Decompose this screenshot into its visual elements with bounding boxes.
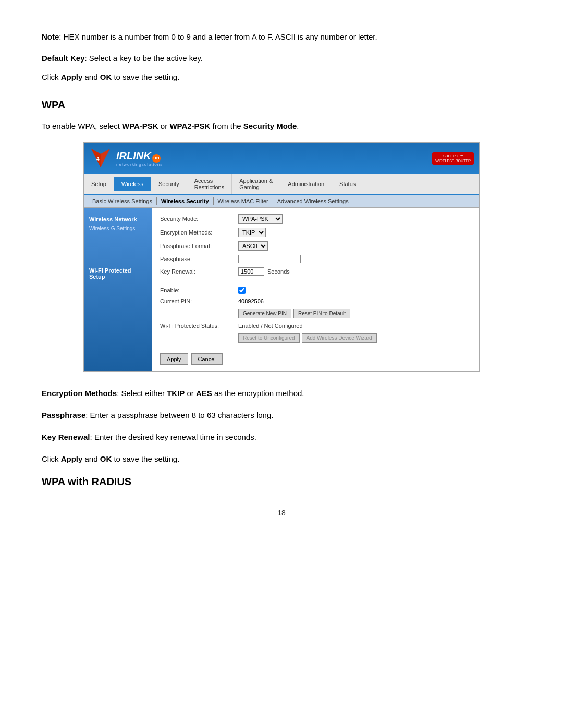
- key-renewal-paragraph: Key Renewal: Enter the desired key renew…: [42, 431, 521, 443]
- logo-svg: 4: [89, 146, 112, 169]
- note-body: : HEX number is a number from 0 to 9 and…: [59, 32, 377, 41]
- subnav-wireless-mac-filter[interactable]: Wireless MAC Filter: [214, 197, 273, 205]
- passphrase-format-row: Passphrase Format: ASCII HEX: [160, 241, 471, 251]
- reset-pin-button[interactable]: Reset PIN to Default: [293, 309, 350, 318]
- subnav-advanced-wireless[interactable]: Advanced Wireless Settings: [273, 197, 353, 205]
- page-number: 18: [42, 509, 521, 517]
- encryption-methods-control: TKIP AES: [238, 228, 266, 237]
- wps-status-value: Enabled / Not Configured: [238, 323, 303, 329]
- pin-buttons-row: Generate New PIN Reset PIN to Default: [160, 309, 471, 318]
- wpa-psk-bold: WPA-PSK: [122, 121, 158, 130]
- nav-tab-setup[interactable]: Setup: [84, 177, 114, 191]
- default-key-text: : Select a key to be the active key.: [85, 54, 203, 63]
- router-subnav: Basic Wireless Settings Wireless Securit…: [84, 195, 479, 208]
- subnav-basic-wireless[interactable]: Basic Wireless Settings: [88, 197, 157, 205]
- cancel-button[interactable]: Cancel: [191, 353, 223, 365]
- router-nav: Setup Wireless Security AccessRestrictio…: [84, 174, 479, 195]
- nav-tab-wireless[interactable]: Wireless: [114, 177, 151, 191]
- ok-bold-1: OK: [100, 72, 112, 81]
- key-renewal-control: Seconds: [238, 267, 290, 276]
- passphrase-format-control: ASCII HEX: [238, 241, 268, 251]
- enable-wps-label: Enable:: [160, 287, 238, 293]
- reset-unconfigured-button[interactable]: Reset to Unconfigured: [238, 333, 300, 343]
- logo-sub: networkingsolutions: [116, 162, 163, 167]
- wpa2-psk-bold: WPA2-PSK: [169, 121, 210, 130]
- wpa-radius-heading: WPA with RADIUS: [42, 476, 521, 488]
- note-paragraph: Note: HEX number is a number from 0 to 9…: [42, 31, 521, 43]
- wps-status-text: Enabled / Not Configured: [238, 323, 303, 329]
- ok-bold-2: OK: [100, 454, 112, 463]
- passphrase-paragraph: Passphrase: Enter a passphrase between 8…: [42, 409, 521, 422]
- apply-bold-1: Apply: [61, 72, 83, 81]
- passphrase-bold: Passphrase: [42, 411, 85, 419]
- enable-wps-row: Enable:: [160, 287, 471, 294]
- security-mode-label: Security Mode:: [160, 216, 238, 222]
- wps-status-row: Wi-Fi Protected Status: Enabled / Not Co…: [160, 323, 471, 329]
- form-actions: Apply Cancel: [160, 350, 471, 365]
- router-logo-wrap: 4 IRLINK 101 networkingsolutions: [89, 146, 163, 171]
- svg-text:4: 4: [96, 156, 100, 162]
- enable-wps-checkbox[interactable]: [238, 287, 246, 294]
- current-pin-value: 40892506: [238, 298, 264, 304]
- generate-new-pin-button[interactable]: Generate New PIN: [238, 309, 291, 318]
- add-device-wizard-button[interactable]: Add Wireless Device Wizard: [302, 333, 377, 343]
- sidebar-item-wireless-g[interactable]: Wireless-G Settings: [84, 224, 152, 233]
- passphrase-row: Passphrase:: [160, 255, 471, 263]
- router-sidebar: Wireless Network Wireless-G Settings Wi-…: [84, 208, 152, 371]
- form-divider-1: [160, 281, 471, 281]
- wps-action-buttons-control: Reset to Unconfigured Add Wireless Devic…: [238, 333, 379, 343]
- key-renewal-label: Key Renewal:: [160, 268, 238, 275]
- router-body: Wireless Network Wireless-G Settings Wi-…: [84, 208, 479, 371]
- default-key-label: Default Key: [42, 54, 85, 63]
- tkip-bold: TKIP: [167, 389, 185, 398]
- nav-tab-status[interactable]: Status: [332, 177, 363, 191]
- super-g-badge: SUPER G™WIRELESS ROUTER: [432, 152, 474, 165]
- router-main-content: Security Mode: WPA-PSK WPA2-PSK WEP Disa…: [152, 208, 479, 371]
- passphrase-label: Passphrase:: [160, 256, 238, 262]
- passphrase-input[interactable]: [238, 255, 301, 263]
- logo-icon: 4: [89, 146, 112, 171]
- key-renewal-row: Key Renewal: Seconds: [160, 267, 471, 276]
- click-apply-2: Click Apply and OK to save the setting.: [42, 453, 521, 465]
- apply-bold-2: Apply: [61, 454, 83, 463]
- note-label: Note: [42, 32, 59, 41]
- aes-bold: AES: [196, 389, 212, 398]
- router-topbar: 4 IRLINK 101 networkingsolutions SUPER G…: [84, 143, 479, 174]
- subnav-wireless-security[interactable]: Wireless Security: [157, 197, 214, 205]
- pin-buttons-control: Generate New PIN Reset PIN to Default: [238, 309, 352, 318]
- nav-tab-administration[interactable]: Administration: [280, 177, 332, 191]
- key-renewal-input[interactable]: [238, 267, 264, 276]
- current-pin-label: Current PIN:: [160, 298, 238, 304]
- default-key-paragraph: Default Key: Select a key to be the acti…: [42, 53, 521, 65]
- nav-tab-security[interactable]: Security: [151, 177, 187, 191]
- current-pin-row: Current PIN: 40892506: [160, 298, 471, 304]
- encryption-methods-bold: Encryption Methods: [42, 389, 117, 398]
- wpa-heading: WPA: [42, 99, 521, 111]
- passphrase-format-label: Passphrase Format:: [160, 243, 238, 249]
- security-mode-bold: Security Mode: [243, 121, 297, 130]
- nav-tab-application-gaming[interactable]: Application &Gaming: [232, 174, 280, 194]
- encryption-methods-select[interactable]: TKIP AES: [238, 228, 266, 237]
- apply-button[interactable]: Apply: [160, 353, 188, 365]
- sidebar-section-wps: Wi-Fi Protected Setup: [84, 264, 152, 281]
- encryption-methods-paragraph: Encryption Methods: Select either TKIP o…: [42, 387, 521, 400]
- current-pin-text: 40892506: [238, 298, 264, 304]
- wps-action-buttons-row: Reset to Unconfigured Add Wireless Devic…: [160, 333, 471, 343]
- key-renewal-bold: Key Renewal: [42, 433, 90, 441]
- key-renewal-unit: Seconds: [267, 268, 290, 275]
- security-mode-select[interactable]: WPA-PSK WPA2-PSK WEP Disabled: [238, 214, 283, 224]
- click-apply-1: Click Apply and OK to save the setting.: [42, 71, 521, 83]
- wpa-intro: To enable WPA, select WPA-PSK or WPA2-PS…: [42, 120, 521, 132]
- encryption-methods-row: Encryption Methods: TKIP AES: [160, 228, 471, 237]
- encryption-methods-label: Encryption Methods:: [160, 229, 238, 236]
- nav-tab-access-restrictions[interactable]: AccessRestrictions: [187, 174, 232, 194]
- logo-irlink: IRLINK: [116, 150, 151, 162]
- security-mode-control: WPA-PSK WPA2-PSK WEP Disabled: [238, 214, 283, 224]
- wps-status-label: Wi-Fi Protected Status:: [160, 323, 238, 329]
- security-mode-row: Security Mode: WPA-PSK WPA2-PSK WEP Disa…: [160, 214, 471, 224]
- passphrase-format-select[interactable]: ASCII HEX: [238, 241, 268, 251]
- logo-number: 101: [152, 154, 161, 163]
- passphrase-control: [238, 255, 301, 263]
- router-logo-text: IRLINK 101 networkingsolutions: [116, 150, 163, 167]
- router-ui-container: 4 IRLINK 101 networkingsolutions SUPER G…: [83, 142, 480, 372]
